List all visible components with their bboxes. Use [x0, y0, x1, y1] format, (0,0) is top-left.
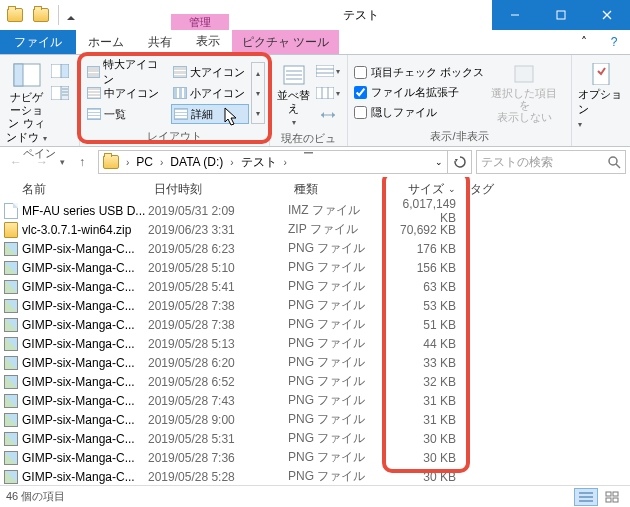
file-type-icon	[0, 222, 22, 238]
chevron-right-icon[interactable]: ›	[157, 157, 166, 168]
chevron-right-icon[interactable]: ›	[227, 157, 236, 168]
details-pane-button[interactable]	[47, 83, 73, 103]
file-type: PNG ファイル	[288, 373, 384, 390]
small-icons-icon	[173, 87, 187, 99]
add-columns-button[interactable]: ▾	[315, 83, 341, 103]
col-date[interactable]: 日付時刻	[148, 177, 288, 201]
table-row[interactable]: GIMP-six-Manga-C...2019/05/28 7:36PNG ファ…	[0, 448, 630, 467]
breadcrumb-item[interactable]: PC	[132, 151, 157, 173]
file-name: GIMP-six-Manga-C...	[22, 299, 148, 313]
col-type[interactable]: 種類	[288, 177, 384, 201]
checkbox-icon[interactable]	[354, 86, 367, 99]
tab-view[interactable]: 表示	[184, 30, 232, 54]
table-row[interactable]: MF-AU series USB D...2019/05/31 2:09IMZ …	[0, 201, 630, 220]
minimize-button[interactable]	[492, 0, 538, 30]
file-type-icon	[0, 203, 22, 219]
chevron-right-icon[interactable]: ›	[123, 157, 132, 168]
file-size: 156 KB	[384, 261, 464, 275]
layout-medium[interactable]: 中アイコン	[85, 83, 169, 103]
folder-icon	[30, 4, 52, 26]
folder-icon	[99, 151, 123, 173]
table-row[interactable]: GIMP-six-Manga-C...2019/05/28 5:28PNG ファ…	[0, 467, 630, 484]
layout-more[interactable]: ▾	[252, 103, 264, 123]
sort-button[interactable]: 並べ替え▾	[276, 59, 311, 129]
table-row[interactable]: GIMP-six-Manga-C...2019/05/28 5:13PNG ファ…	[0, 334, 630, 353]
svg-rect-37	[606, 498, 611, 502]
maximize-button[interactable]	[538, 0, 584, 30]
table-row[interactable]: GIMP-six-Manga-C...2019/05/28 6:52PNG ファ…	[0, 372, 630, 391]
checkbox-icon[interactable]	[354, 106, 367, 119]
nav-forward-button[interactable]: →	[30, 150, 54, 174]
large-icons-view-toggle[interactable]	[600, 488, 624, 506]
navigation-pane-button[interactable]: ナビゲーション ウィンドウ ▾	[6, 59, 47, 144]
search-placeholder: テストの検索	[481, 154, 603, 171]
tab-picture-tools[interactable]: ピクチャ ツール	[232, 30, 339, 54]
svg-line-31	[616, 164, 620, 168]
separator	[58, 5, 59, 25]
table-row[interactable]: GIMP-six-Manga-C...2019/05/28 5:41PNG ファ…	[0, 277, 630, 296]
table-row[interactable]: GIMP-six-Manga-C...2019/05/28 6:23PNG ファ…	[0, 239, 630, 258]
checkbox-icon[interactable]	[354, 66, 367, 79]
tab-file[interactable]: ファイル	[0, 30, 76, 54]
table-row[interactable]: GIMP-six-Manga-C...2019/05/28 5:31PNG ファ…	[0, 429, 630, 448]
nav-up-button[interactable]: ↑	[70, 150, 94, 174]
address-dropdown[interactable]: ⌄	[431, 151, 447, 173]
file-type: PNG ファイル	[288, 278, 384, 295]
table-row[interactable]: GIMP-six-Manga-C...2019/05/28 7:38PNG ファ…	[0, 296, 630, 315]
breadcrumb-item[interactable]: テスト	[237, 151, 281, 173]
close-button[interactable]	[584, 0, 630, 30]
qat-dropdown[interactable]	[65, 4, 77, 26]
file-date: 2019/05/28 5:41	[148, 280, 288, 294]
file-size: 176 KB	[384, 242, 464, 256]
preview-pane-button[interactable]	[47, 61, 73, 81]
nav-history-dropdown[interactable]: ▾	[56, 150, 68, 174]
title-bar: 管理 テスト	[0, 0, 630, 30]
nav-pane-label: ナビゲーション ウィンドウ	[6, 91, 44, 143]
file-date: 2019/05/28 6:52	[148, 375, 288, 389]
file-type: IMZ ファイル	[288, 202, 384, 219]
search-box[interactable]: テストの検索	[476, 150, 626, 174]
tab-share[interactable]: 共有	[136, 30, 184, 54]
chevron-right-icon[interactable]: ›	[281, 157, 290, 168]
table-row[interactable]: vlc-3.0.7.1-win64.zip2019/06/23 3:31ZIP …	[0, 220, 630, 239]
nav-back-button[interactable]: ←	[4, 150, 28, 174]
col-tag[interactable]: タグ	[464, 177, 524, 201]
table-row[interactable]: GIMP-six-Manga-C...2019/05/28 5:10PNG ファ…	[0, 258, 630, 277]
file-name: GIMP-six-Manga-C...	[22, 451, 148, 465]
col-size[interactable]: サイズ⌄	[384, 177, 464, 201]
layout-extra-large[interactable]: 特大アイコン	[85, 62, 169, 82]
table-row[interactable]: GIMP-six-Manga-C...2019/05/28 7:38PNG ファ…	[0, 315, 630, 334]
layout-list[interactable]: 一覧	[85, 104, 169, 124]
file-type-icon	[0, 432, 22, 446]
hidden-items-toggle[interactable]: 隠しファイル	[354, 103, 484, 121]
file-date: 2019/05/28 9:00	[148, 413, 288, 427]
table-row[interactable]: GIMP-six-Manga-C...2019/05/28 9:00PNG ファ…	[0, 410, 630, 429]
file-type: PNG ファイル	[288, 392, 384, 409]
table-row[interactable]: GIMP-six-Manga-C...2019/05/28 6:20PNG ファ…	[0, 353, 630, 372]
layout-small[interactable]: 小アイコン	[171, 83, 249, 103]
details-view-toggle[interactable]	[574, 488, 598, 506]
item-checkboxes-toggle[interactable]: 項目チェック ボックス	[354, 63, 484, 81]
hide-selected-button[interactable]: 選択した項目を表示しない	[488, 59, 560, 123]
size-all-columns-button[interactable]	[315, 105, 341, 125]
options-button[interactable]: オプション▾	[578, 59, 624, 129]
help-icon[interactable]: ?	[602, 35, 626, 49]
file-name: vlc-3.0.7.1-win64.zip	[22, 223, 148, 237]
tab-home[interactable]: ホーム	[76, 30, 136, 54]
extra-large-icons-icon	[87, 66, 101, 78]
refresh-button[interactable]	[447, 151, 471, 173]
col-name[interactable]: 名前	[0, 177, 148, 201]
layout-details[interactable]: 詳細	[171, 104, 249, 124]
layout-large[interactable]: 大アイコン	[171, 62, 249, 82]
layout-scroll-up[interactable]: ▴	[252, 63, 264, 83]
file-type-icon	[0, 318, 22, 332]
address-bar[interactable]: › PC › DATA (D:) › テスト › ⌄	[98, 150, 472, 174]
svg-rect-36	[613, 492, 618, 496]
breadcrumb-item[interactable]: DATA (D:)	[166, 151, 227, 173]
svg-rect-35	[606, 492, 611, 496]
table-row[interactable]: GIMP-six-Manga-C...2019/05/28 7:43PNG ファ…	[0, 391, 630, 410]
layout-scroll-down[interactable]: ▾	[252, 83, 264, 103]
filename-ext-toggle[interactable]: ファイル名拡張子	[354, 83, 484, 101]
group-by-button[interactable]: ▾	[315, 61, 341, 81]
ribbon-collapse-icon[interactable]: ˄	[572, 35, 596, 49]
